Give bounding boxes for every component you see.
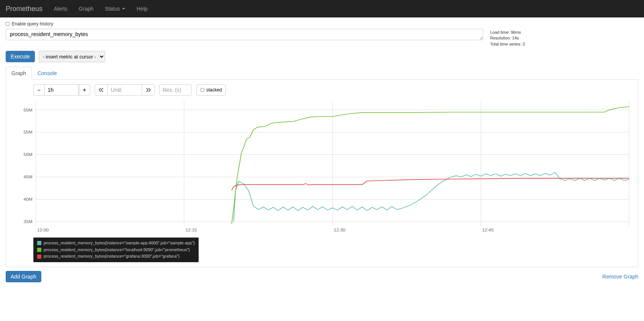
enable-history-row: Enable query history bbox=[6, 21, 638, 27]
legend-swatch bbox=[37, 241, 41, 245]
stat-resolution: Resolution: 14s bbox=[490, 35, 578, 41]
svg-text:45M: 45M bbox=[24, 175, 33, 179]
stacked-toggle[interactable]: stacked bbox=[196, 84, 226, 96]
metric-select[interactable]: - insert metric at cursor - bbox=[39, 51, 105, 62]
remove-graph-link[interactable]: Remove Graph bbox=[602, 274, 638, 280]
legend-swatch bbox=[37, 255, 41, 259]
graph-panel: – + stacked 35M40M45M50M55M60M12:0012:15 bbox=[6, 80, 638, 267]
nav-alerts[interactable]: Alerts bbox=[48, 6, 73, 12]
stat-total-series: Total time series: 3 bbox=[490, 41, 578, 47]
double-chevron-right-icon bbox=[146, 88, 150, 92]
query-row: process_resident_memory_bytes Load time:… bbox=[6, 29, 638, 47]
legend: process_resident_memory_bytes{instance="… bbox=[33, 238, 199, 262]
execute-row: Execute - insert metric at cursor - bbox=[6, 51, 638, 62]
svg-text:12:30: 12:30 bbox=[334, 228, 346, 232]
add-graph-button[interactable]: Add Graph bbox=[6, 271, 41, 282]
stacked-checkbox-icon bbox=[201, 88, 204, 92]
nav-graph[interactable]: Graph bbox=[73, 6, 99, 12]
svg-text:50M: 50M bbox=[24, 152, 33, 157]
time-forward-button[interactable] bbox=[142, 84, 155, 96]
stat-load-time: Load time: 96ms bbox=[490, 30, 578, 35]
tab-graph[interactable]: Graph bbox=[6, 67, 32, 80]
nav-status[interactable]: Status bbox=[99, 6, 131, 12]
nav-help[interactable]: Help bbox=[131, 6, 153, 12]
svg-text:40M: 40M bbox=[24, 197, 33, 201]
tabs: Graph Console bbox=[6, 67, 638, 80]
navbar: Prometheus Alerts Graph Status Help bbox=[0, 0, 644, 17]
footer-row: Add Graph Remove Graph bbox=[6, 271, 638, 282]
enable-history-label: Enable query history bbox=[12, 21, 53, 27]
svg-text:12:45: 12:45 bbox=[482, 228, 494, 232]
brand-link[interactable]: Prometheus bbox=[6, 5, 48, 13]
until-input[interactable] bbox=[108, 84, 142, 96]
svg-text:12:00: 12:00 bbox=[37, 228, 49, 232]
execute-button[interactable]: Execute bbox=[6, 51, 35, 62]
chevron-down-icon bbox=[122, 8, 125, 9]
chart-area: 35M40M45M50M55M60M12:0012:1512:3012:45 bbox=[11, 99, 633, 235]
legend-item[interactable]: process_resident_memory_bytes{instance="… bbox=[37, 240, 195, 247]
range-input[interactable] bbox=[45, 84, 79, 96]
query-stats: Load time: 96ms Resolution: 14s Total ti… bbox=[487, 29, 578, 47]
stacked-label: stacked bbox=[206, 87, 222, 93]
enable-history-checkbox[interactable] bbox=[6, 22, 9, 26]
double-chevron-left-icon bbox=[99, 88, 103, 92]
svg-text:60M: 60M bbox=[24, 107, 33, 112]
resolution-input[interactable] bbox=[159, 84, 192, 96]
range-minus-button[interactable]: – bbox=[33, 84, 45, 96]
chart-svg[interactable]: 35M40M45M50M55M60M12:0012:1512:3012:45 bbox=[11, 99, 633, 235]
svg-text:55M: 55M bbox=[24, 130, 33, 134]
tab-console[interactable]: Console bbox=[32, 67, 63, 79]
until-group bbox=[95, 84, 155, 96]
legend-label: process_resident_memory_bytes{instance="… bbox=[44, 240, 195, 247]
svg-text:12:15: 12:15 bbox=[185, 228, 197, 232]
legend-label: process_resident_memory_bytes{instance="… bbox=[44, 247, 190, 253]
legend-label: process_resident_memory_bytes{instance="… bbox=[44, 253, 180, 260]
legend-item[interactable]: process_resident_memory_bytes{instance="… bbox=[37, 247, 195, 253]
expression-input[interactable]: process_resident_memory_bytes bbox=[6, 29, 483, 40]
svg-text:35M: 35M bbox=[24, 219, 33, 224]
graph-controls: – + stacked bbox=[11, 84, 633, 96]
range-plus-button[interactable]: + bbox=[79, 84, 90, 96]
legend-swatch bbox=[37, 248, 41, 252]
range-group: – + bbox=[33, 84, 90, 96]
time-back-button[interactable] bbox=[95, 84, 108, 96]
legend-item[interactable]: process_resident_memory_bytes{instance="… bbox=[37, 253, 195, 260]
